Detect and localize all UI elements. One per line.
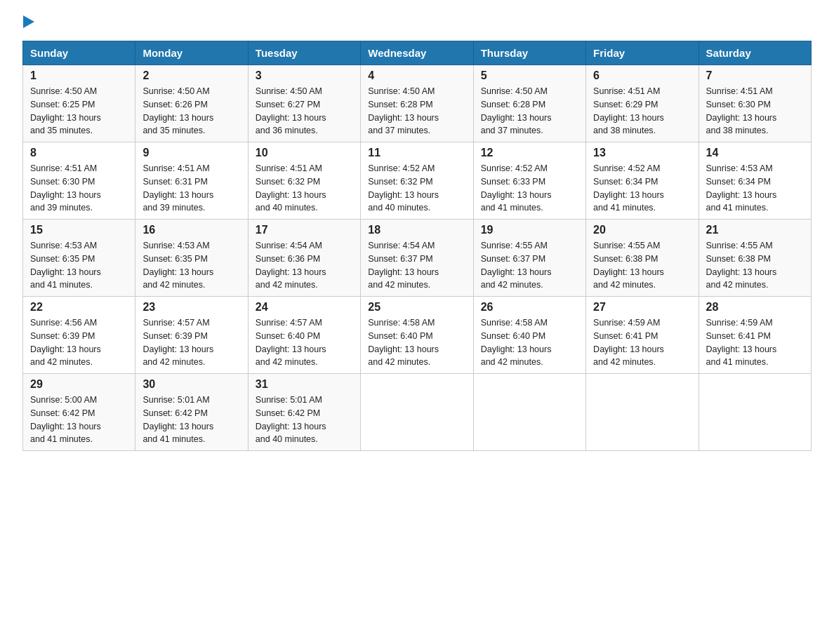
calendar-cell: 12 Sunrise: 4:52 AMSunset: 6:33 PMDaylig… [473, 142, 585, 220]
day-number: 14 [706, 147, 804, 159]
calendar-cell: 28 Sunrise: 4:59 AMSunset: 6:41 PMDaylig… [699, 297, 811, 374]
calendar-cell: 13 Sunrise: 4:52 AMSunset: 6:34 PMDaylig… [586, 142, 699, 220]
day-number: 26 [481, 301, 578, 314]
calendar-cell: 10 Sunrise: 4:51 AMSunset: 6:32 PMDaylig… [248, 142, 360, 220]
calendar-header-saturday: Saturday [699, 41, 811, 65]
calendar-cell: 1 Sunrise: 4:50 AMSunset: 6:25 PMDayligh… [23, 65, 135, 142]
calendar-header-wednesday: Wednesday [361, 41, 473, 65]
day-number: 27 [593, 301, 691, 314]
day-info: Sunrise: 4:51 AMSunset: 6:32 PMDaylight:… [256, 163, 326, 213]
calendar-week-row: 1 Sunrise: 4:50 AMSunset: 6:25 PMDayligh… [23, 65, 812, 142]
calendar-cell: 3 Sunrise: 4:50 AMSunset: 6:27 PMDayligh… [248, 65, 360, 142]
calendar-week-row: 8 Sunrise: 4:51 AMSunset: 6:30 PMDayligh… [23, 142, 812, 220]
day-info: Sunrise: 4:52 AMSunset: 6:34 PMDaylight:… [593, 163, 664, 213]
day-info: Sunrise: 4:50 AMSunset: 6:27 PMDaylight:… [256, 86, 326, 135]
calendar-header-monday: Monday [135, 41, 248, 65]
day-info: Sunrise: 4:50 AMSunset: 6:28 PMDaylight:… [368, 86, 439, 135]
day-number: 3 [256, 69, 353, 82]
day-number: 28 [706, 301, 804, 314]
calendar-cell: 11 Sunrise: 4:52 AMSunset: 6:32 PMDaylig… [361, 142, 473, 220]
day-number: 9 [143, 147, 240, 159]
day-number: 16 [143, 224, 240, 236]
day-number: 15 [30, 224, 128, 236]
day-number: 6 [593, 69, 691, 82]
day-number: 25 [368, 301, 465, 314]
day-number: 20 [593, 224, 691, 236]
calendar-header-friday: Friday [586, 41, 699, 65]
calendar-cell: 16 Sunrise: 4:53 AMSunset: 6:35 PMDaylig… [135, 220, 248, 297]
calendar-cell: 20 Sunrise: 4:55 AMSunset: 6:38 PMDaylig… [586, 220, 699, 297]
calendar-cell: 15 Sunrise: 4:53 AMSunset: 6:35 PMDaylig… [23, 220, 135, 297]
day-number: 30 [143, 378, 240, 391]
logo-arrow-icon [23, 15, 34, 28]
day-info: Sunrise: 4:50 AMSunset: 6:26 PMDaylight:… [143, 86, 213, 135]
day-number: 7 [706, 69, 804, 82]
calendar-cell: 27 Sunrise: 4:59 AMSunset: 6:41 PMDaylig… [586, 297, 699, 374]
calendar-cell: 2 Sunrise: 4:50 AMSunset: 6:26 PMDayligh… [135, 65, 248, 142]
day-info: Sunrise: 4:58 AMSunset: 6:40 PMDaylight:… [368, 318, 439, 367]
calendar-table: SundayMondayTuesdayWednesdayThursdayFrid… [22, 41, 812, 451]
day-number: 8 [30, 147, 128, 159]
calendar-cell: 30 Sunrise: 5:01 AMSunset: 6:42 PMDaylig… [135, 374, 248, 451]
day-info: Sunrise: 4:53 AMSunset: 6:35 PMDaylight:… [143, 241, 213, 290]
calendar-week-row: 29 Sunrise: 5:00 AMSunset: 6:42 PMDaylig… [23, 374, 812, 451]
day-info: Sunrise: 4:55 AMSunset: 6:38 PMDaylight:… [593, 241, 664, 290]
logo [22, 17, 35, 29]
calendar-cell: 21 Sunrise: 4:55 AMSunset: 6:38 PMDaylig… [699, 220, 811, 297]
day-number: 2 [143, 69, 240, 82]
calendar-header-tuesday: Tuesday [248, 41, 360, 65]
day-info: Sunrise: 4:57 AMSunset: 6:39 PMDaylight:… [143, 318, 213, 367]
day-info: Sunrise: 5:01 AMSunset: 6:42 PMDaylight:… [256, 395, 326, 444]
day-info: Sunrise: 4:52 AMSunset: 6:32 PMDaylight:… [368, 163, 439, 213]
day-info: Sunrise: 4:51 AMSunset: 6:30 PMDaylight:… [706, 86, 777, 135]
calendar-cell: 19 Sunrise: 4:55 AMSunset: 6:37 PMDaylig… [473, 220, 585, 297]
calendar-cell [361, 374, 473, 451]
calendar-cell [699, 374, 811, 451]
page-header [22, 17, 812, 29]
day-number: 4 [368, 69, 465, 82]
calendar-cell: 9 Sunrise: 4:51 AMSunset: 6:31 PMDayligh… [135, 142, 248, 220]
day-info: Sunrise: 5:01 AMSunset: 6:42 PMDaylight:… [143, 395, 213, 444]
calendar-week-row: 22 Sunrise: 4:56 AMSunset: 6:39 PMDaylig… [23, 297, 812, 374]
day-number: 22 [30, 301, 128, 314]
day-number: 24 [256, 301, 353, 314]
calendar-cell: 25 Sunrise: 4:58 AMSunset: 6:40 PMDaylig… [361, 297, 473, 374]
calendar-cell: 7 Sunrise: 4:51 AMSunset: 6:30 PMDayligh… [699, 65, 811, 142]
day-number: 1 [30, 69, 128, 82]
calendar-cell: 31 Sunrise: 5:01 AMSunset: 6:42 PMDaylig… [248, 374, 360, 451]
day-info: Sunrise: 4:51 AMSunset: 6:30 PMDaylight:… [30, 163, 101, 213]
day-number: 11 [368, 147, 465, 159]
calendar-cell: 22 Sunrise: 4:56 AMSunset: 6:39 PMDaylig… [23, 297, 135, 374]
day-info: Sunrise: 4:53 AMSunset: 6:35 PMDaylight:… [30, 241, 101, 290]
calendar-week-row: 15 Sunrise: 4:53 AMSunset: 6:35 PMDaylig… [23, 220, 812, 297]
day-info: Sunrise: 4:59 AMSunset: 6:41 PMDaylight:… [593, 318, 664, 367]
calendar-cell: 4 Sunrise: 4:50 AMSunset: 6:28 PMDayligh… [361, 65, 473, 142]
day-info: Sunrise: 4:53 AMSunset: 6:34 PMDaylight:… [706, 163, 777, 213]
day-info: Sunrise: 4:54 AMSunset: 6:36 PMDaylight:… [256, 241, 326, 290]
day-number: 31 [256, 378, 353, 391]
calendar-cell: 24 Sunrise: 4:57 AMSunset: 6:40 PMDaylig… [248, 297, 360, 374]
day-number: 29 [30, 378, 128, 391]
day-number: 12 [481, 147, 578, 159]
day-info: Sunrise: 4:51 AMSunset: 6:29 PMDaylight:… [593, 86, 664, 135]
day-info: Sunrise: 4:54 AMSunset: 6:37 PMDaylight:… [368, 241, 439, 290]
day-number: 23 [143, 301, 240, 314]
day-number: 18 [368, 224, 465, 236]
calendar-cell: 5 Sunrise: 4:50 AMSunset: 6:28 PMDayligh… [473, 65, 585, 142]
day-info: Sunrise: 4:55 AMSunset: 6:38 PMDaylight:… [706, 241, 777, 290]
calendar-header-thursday: Thursday [473, 41, 585, 65]
day-number: 13 [593, 147, 691, 159]
day-info: Sunrise: 4:55 AMSunset: 6:37 PMDaylight:… [481, 241, 552, 290]
calendar-cell [586, 374, 699, 451]
day-number: 10 [256, 147, 353, 159]
day-info: Sunrise: 4:50 AMSunset: 6:25 PMDaylight:… [30, 86, 101, 135]
calendar-cell: 8 Sunrise: 4:51 AMSunset: 6:30 PMDayligh… [23, 142, 135, 220]
day-info: Sunrise: 4:58 AMSunset: 6:40 PMDaylight:… [481, 318, 552, 367]
calendar-cell: 23 Sunrise: 4:57 AMSunset: 6:39 PMDaylig… [135, 297, 248, 374]
day-info: Sunrise: 4:52 AMSunset: 6:33 PMDaylight:… [481, 163, 552, 213]
day-number: 19 [481, 224, 578, 236]
day-info: Sunrise: 4:50 AMSunset: 6:28 PMDaylight:… [481, 86, 552, 135]
day-info: Sunrise: 4:57 AMSunset: 6:40 PMDaylight:… [256, 318, 326, 367]
day-number: 5 [481, 69, 578, 82]
day-info: Sunrise: 4:51 AMSunset: 6:31 PMDaylight:… [143, 163, 213, 213]
